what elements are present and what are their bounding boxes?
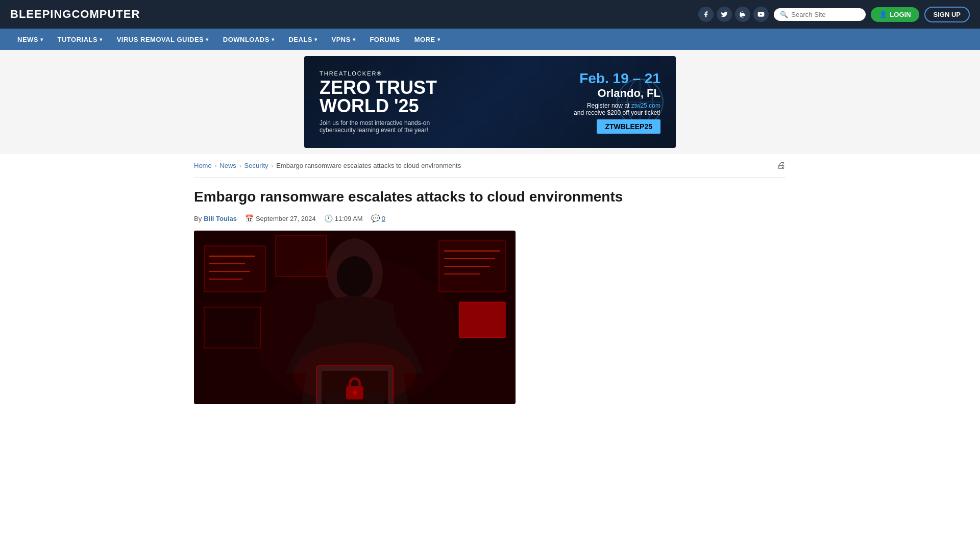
header-right: 🔍 👤 LOGIN SIGN UP xyxy=(698,7,970,22)
twitter-icon[interactable] xyxy=(717,7,732,22)
logo-text-light: BLEEPING xyxy=(10,8,71,20)
site-header: BLEEPINGCOMPUTER 🔍 👤 LOGIN SIGN UP xyxy=(0,0,980,29)
ad-banner: THREATLOCKER® ZERO TRUST WORLD '25 Join … xyxy=(0,50,980,154)
breadcrumb-security[interactable]: Security xyxy=(244,162,268,169)
article-meta: By Bill Toulas 📅 September 27, 2024 🕐 11… xyxy=(194,214,786,222)
login-button[interactable]: 👤 LOGIN xyxy=(871,7,919,22)
ad-title: ZERO TRUST WORLD '25 xyxy=(320,79,528,115)
nav-vpns[interactable]: VPNS ▾ xyxy=(325,29,363,50)
ad-right: Feb. 19 – 21 Orlando, FL Register now at… xyxy=(528,70,660,134)
ad-url: ztw25.com xyxy=(631,102,660,109)
search-box: 🔍 xyxy=(774,8,866,21)
ad-left: THREATLOCKER® ZERO TRUST WORLD '25 Join … xyxy=(320,70,528,134)
content-wrapper: Home › News › Security › Embargo ransomw… xyxy=(184,154,796,404)
calendar-icon: 📅 xyxy=(245,214,254,222)
ad-register: Register now at ztw25.com and receive $2… xyxy=(528,102,660,116)
clock-icon: 🕐 xyxy=(324,214,333,222)
ad-subtitle: Join us for the most interactive hands-o… xyxy=(320,119,528,134)
svg-rect-11 xyxy=(204,307,260,348)
ad-date: Feb. 19 – 21 xyxy=(528,70,660,87)
breadcrumb-sep-1: › xyxy=(215,163,217,169)
ad-inner[interactable]: THREATLOCKER® ZERO TRUST WORLD '25 Join … xyxy=(304,56,676,148)
print-button[interactable]: 🖨 xyxy=(777,160,786,171)
nav-news[interactable]: NEWS ▾ xyxy=(10,29,51,50)
breadcrumb-current: Embargo ransomware escalates attacks to … xyxy=(276,162,461,169)
logo-text-bold: COMPUTER xyxy=(71,8,140,20)
svg-rect-7 xyxy=(204,246,265,292)
ad-brand: THREATLOCKER® xyxy=(320,70,528,77)
nav-downloads[interactable]: DOWNLOADS ▾ xyxy=(216,29,282,50)
news-dropdown-arrow: ▾ xyxy=(40,37,43,42)
svg-rect-10 xyxy=(459,302,505,338)
breadcrumb-sep-2: › xyxy=(239,163,241,169)
hacker-illustration xyxy=(194,231,516,404)
comments-icon: 💬 xyxy=(371,214,380,222)
site-logo[interactable]: BLEEPINGCOMPUTER xyxy=(10,8,140,21)
signup-button[interactable]: SIGN UP xyxy=(924,7,970,22)
nav-more[interactable]: MORE ▾ xyxy=(407,29,448,50)
signup-label: SIGN UP xyxy=(934,11,961,18)
search-icon: 🔍 xyxy=(780,11,788,18)
virus-removal-dropdown-arrow: ▾ xyxy=(206,37,209,42)
facebook-icon[interactable] xyxy=(698,7,714,22)
ad-location: Orlando, FL xyxy=(528,87,660,100)
more-dropdown-arrow: ▾ xyxy=(437,37,440,42)
deals-dropdown-arrow: ▾ xyxy=(314,37,317,42)
breadcrumb: Home › News › Security › Embargo ransomw… xyxy=(194,154,786,178)
main-nav: NEWS ▾ TUTORIALS ▾ VIRUS REMOVAL GUIDES … xyxy=(0,29,980,50)
user-icon: 👤 xyxy=(879,11,887,18)
mastodon-icon[interactable] xyxy=(735,7,750,22)
svg-point-30 xyxy=(253,256,457,404)
ad-discount: and receive $200 off your ticket! xyxy=(574,109,660,116)
article-title: Embargo ransomware escalates attacks to … xyxy=(194,188,786,206)
breadcrumb-sep-3: › xyxy=(272,163,274,169)
nav-forums[interactable]: FORUMS xyxy=(362,29,407,50)
breadcrumb-home[interactable]: Home xyxy=(194,162,212,169)
breadcrumb-news[interactable]: News xyxy=(219,162,236,169)
article-date: 📅 September 27, 2024 xyxy=(245,214,316,222)
nav-deals[interactable]: DEALS ▾ xyxy=(281,29,324,50)
ad-promo-code: ZTWBLEEP25 xyxy=(597,119,660,134)
social-icons xyxy=(698,7,769,22)
article-author: By Bill Toulas xyxy=(194,215,237,222)
search-input[interactable] xyxy=(791,11,860,18)
article-hero-image xyxy=(194,231,516,404)
nav-virus-removal[interactable]: VIRUS REMOVAL GUIDES ▾ xyxy=(110,29,216,50)
article-time: 🕐 11:09 AM xyxy=(324,214,363,222)
vpns-dropdown-arrow: ▾ xyxy=(353,37,356,42)
tutorials-dropdown-arrow: ▾ xyxy=(100,37,103,42)
login-label: LOGIN xyxy=(890,11,911,18)
author-link[interactable]: Bill Toulas xyxy=(204,215,237,222)
comments-link[interactable]: 0 xyxy=(382,215,385,222)
downloads-dropdown-arrow: ▾ xyxy=(272,37,275,42)
nav-tutorials[interactable]: TUTORIALS ▾ xyxy=(51,29,110,50)
youtube-icon[interactable] xyxy=(753,7,769,22)
article-comments: 💬 0 xyxy=(371,214,385,222)
